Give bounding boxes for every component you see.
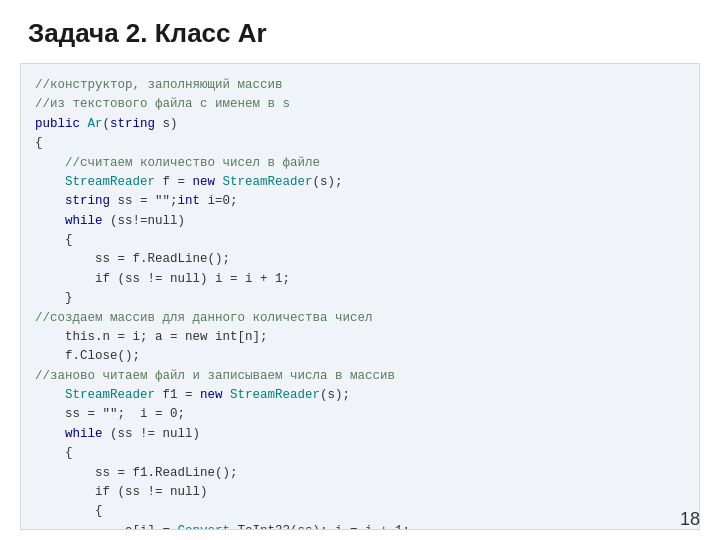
code-line: StreamReader f = new StreamReader(s); xyxy=(35,173,685,192)
slide: Задача 2. Класс Ar //конструктор, заполн… xyxy=(0,0,720,540)
code-line: //создаем массив для данного количества … xyxy=(35,309,685,328)
code-line: public Ar(string s) xyxy=(35,115,685,134)
code-line: a[i] = Convert.ToInt32(ss); i = i + 1; xyxy=(35,522,685,530)
code-line: { xyxy=(35,444,685,463)
code-line: } xyxy=(35,289,685,308)
code-line: //считаем количество чисел в файле xyxy=(35,154,685,173)
code-line: { xyxy=(35,502,685,521)
code-line: StreamReader f1 = new StreamReader(s); xyxy=(35,386,685,405)
code-line: //заново читаем файл и записываем числа … xyxy=(35,367,685,386)
code-block: //конструктор, заполняющий массив //из т… xyxy=(20,63,700,530)
code-line: if (ss != null) xyxy=(35,483,685,502)
code-line: //конструктор, заполняющий массив xyxy=(35,76,685,95)
code-line: ss = f.ReadLine(); xyxy=(35,250,685,269)
code-line: //из текстового файла с именем в s xyxy=(35,95,685,114)
code-line: while (ss != null) xyxy=(35,425,685,444)
code-line: string ss = "";int i=0; xyxy=(35,192,685,211)
code-line: ss = ""; i = 0; xyxy=(35,405,685,424)
code-line: if (ss != null) i = i + 1; xyxy=(35,270,685,289)
page-title: Задача 2. Класс Ar xyxy=(0,0,720,59)
page-number: 18 xyxy=(680,509,700,530)
code-line: f.Close(); xyxy=(35,347,685,366)
code-line: while (ss!=null) xyxy=(35,212,685,231)
code-line: ss = f1.ReadLine(); xyxy=(35,464,685,483)
code-line: this.n = i; a = new int[n]; xyxy=(35,328,685,347)
code-line: { xyxy=(35,231,685,250)
code-line: { xyxy=(35,134,685,153)
